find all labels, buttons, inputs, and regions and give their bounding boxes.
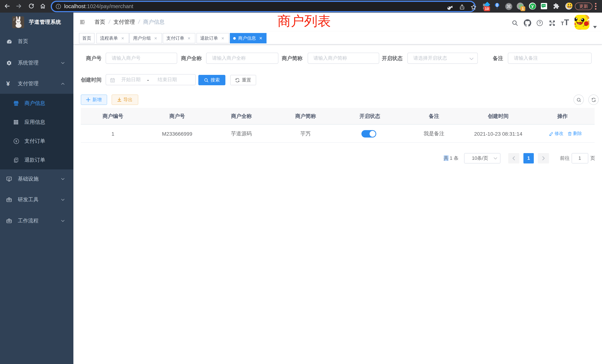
- svg-text:¥: ¥: [15, 139, 17, 143]
